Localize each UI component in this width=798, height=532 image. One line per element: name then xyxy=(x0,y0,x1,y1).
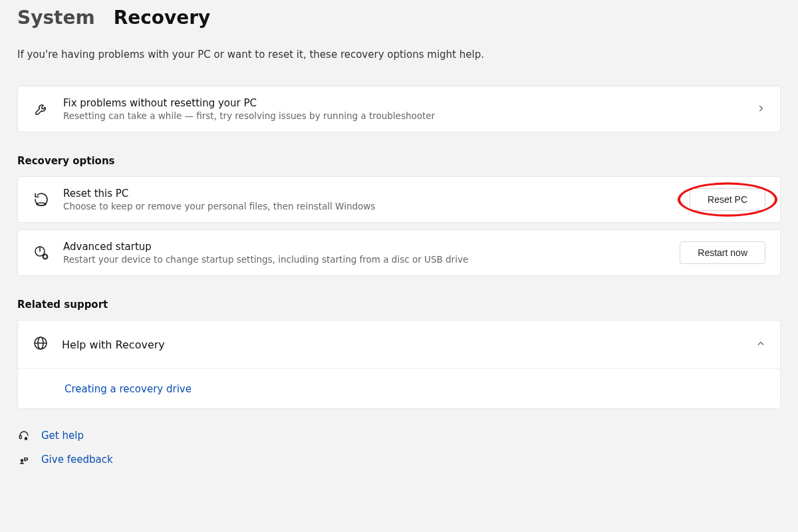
svg-text:?: ? xyxy=(25,438,27,440)
highlight-annotation: Reset PC xyxy=(690,188,765,211)
headset-icon: ? xyxy=(17,429,31,442)
chevron-up-icon xyxy=(756,338,765,351)
help-with-recovery-body: Creating a recovery drive xyxy=(18,369,780,408)
svg-point-10 xyxy=(21,459,24,462)
recovery-options-heading: Recovery options xyxy=(17,155,781,167)
creating-recovery-drive-link[interactable]: Creating a recovery drive xyxy=(65,383,192,395)
get-help-link[interactable]: Get help xyxy=(41,430,84,442)
advanced-startup-card: Advanced startup Restart your device to … xyxy=(17,229,781,276)
page-intro: If you're having problems with your PC o… xyxy=(17,49,781,61)
advanced-startup-desc: Restart your device to change startup se… xyxy=(63,254,666,265)
breadcrumb-parent[interactable]: System xyxy=(17,7,95,29)
give-feedback-row: Give feedback xyxy=(17,453,781,466)
reset-this-pc-card: Reset this PC Choose to keep or remove y… xyxy=(17,176,781,223)
chevron-right-icon xyxy=(756,103,765,116)
related-support-heading: Related support xyxy=(17,299,781,311)
help-with-recovery-title: Help with Recovery xyxy=(62,338,743,351)
help-with-recovery-header[interactable]: Help with Recovery xyxy=(18,321,780,369)
fix-problems-title: Fix problems without resetting your PC xyxy=(63,97,743,109)
reset-this-pc-text: Reset this PC Choose to keep or remove y… xyxy=(63,188,676,211)
feedback-icon xyxy=(17,453,31,466)
advanced-startup-text: Advanced startup Restart your device to … xyxy=(63,241,666,265)
give-feedback-link[interactable]: Give feedback xyxy=(41,454,113,466)
footer-links: ? Get help Give feedback xyxy=(17,429,781,466)
reset-this-pc-desc: Choose to keep or remove your personal f… xyxy=(63,201,676,211)
reset-pc-button[interactable]: Reset PC xyxy=(690,188,765,211)
reset-icon xyxy=(33,191,50,208)
power-gear-icon xyxy=(33,244,50,261)
fix-problems-text: Fix problems without resetting your PC R… xyxy=(63,97,743,121)
advanced-startup-title: Advanced startup xyxy=(63,241,666,253)
restart-now-button[interactable]: Restart now xyxy=(680,241,765,264)
breadcrumb-current: Recovery xyxy=(114,7,211,29)
breadcrumb: System Recovery xyxy=(17,7,781,29)
get-help-row: ? Get help xyxy=(17,429,781,442)
svg-rect-7 xyxy=(19,436,21,439)
fix-problems-desc: Resetting can take a while — first, try … xyxy=(63,110,743,121)
help-with-recovery-block: Help with Recovery Creating a recovery d… xyxy=(17,320,781,409)
reset-this-pc-title: Reset this PC xyxy=(63,188,676,200)
wrench-icon xyxy=(33,100,50,118)
globe-icon xyxy=(33,335,49,354)
fix-problems-card[interactable]: Fix problems without resetting your PC R… xyxy=(17,86,781,132)
